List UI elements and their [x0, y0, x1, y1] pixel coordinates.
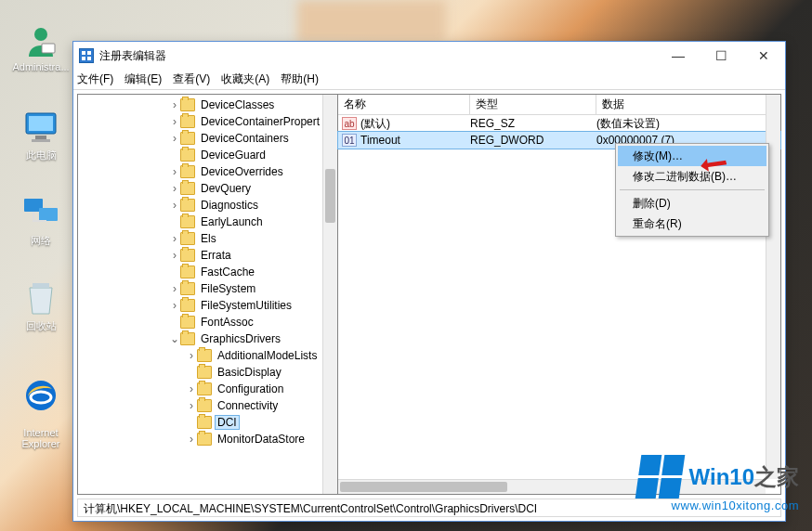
- tree-node[interactable]: ›Els: [78, 230, 337, 247]
- tree-label: DeviceOverrides: [199, 165, 285, 178]
- expand-icon[interactable]: ›: [169, 165, 180, 178]
- folder-icon: [180, 299, 195, 312]
- expand-icon[interactable]: ›: [186, 382, 197, 395]
- expand-icon[interactable]: ›: [169, 249, 180, 262]
- values-pane: 名称 类型 数据 ab(默认)REG_SZ(数值未设置)01TimeoutREG…: [338, 95, 780, 494]
- tree-node[interactable]: DCI: [78, 414, 337, 431]
- col-data[interactable]: 数据: [596, 95, 780, 114]
- tree-label: AdditionalModeLists: [216, 349, 319, 362]
- tree-node[interactable]: ›DeviceContainerPropert: [78, 113, 337, 130]
- tree-node[interactable]: ›Connectivity: [78, 397, 337, 414]
- tree-node[interactable]: ›AdditionalModeLists: [78, 347, 337, 364]
- menu-fav[interactable]: 收藏夹(A): [221, 71, 269, 87]
- expand-icon[interactable]: ›: [169, 299, 180, 312]
- window-title: 注册表编辑器: [99, 48, 166, 64]
- tree-node[interactable]: ⌄GraphicsDrivers: [78, 330, 337, 347]
- desktop-icon-network[interactable]: 网络: [7, 195, 74, 248]
- value-type: REG_DWORD: [470, 134, 596, 147]
- folder-icon: [180, 132, 195, 145]
- expand-icon[interactable]: ›: [169, 132, 180, 145]
- svg-rect-1: [42, 44, 55, 53]
- tree-label: DevQuery: [199, 182, 253, 195]
- expand-icon[interactable]: ⌄: [169, 332, 180, 345]
- tree-node[interactable]: ›DeviceContainers: [78, 130, 337, 147]
- tree-node[interactable]: ›Errata: [78, 247, 337, 264]
- svg-rect-7: [39, 208, 58, 221]
- regedit-window: 注册表编辑器 — ☐ ✕ 文件(F) 编辑(E) 查看(V) 收藏夹(A) 帮助…: [72, 41, 786, 522]
- expand-icon[interactable]: ›: [169, 98, 180, 111]
- minimize-button[interactable]: —: [657, 42, 700, 70]
- desktop-icon-thispc[interactable]: 此电脑: [7, 110, 74, 162]
- folder-icon: [180, 282, 195, 295]
- folder-icon: [197, 382, 212, 395]
- context-menu: 修改(M)… 修改二进制数据(B)… 删除(D) 重命名(R): [615, 143, 769, 237]
- value-type: REG_SZ: [470, 117, 596, 130]
- expand-icon[interactable]: ›: [169, 232, 180, 245]
- column-headers[interactable]: 名称 类型 数据: [338, 95, 780, 115]
- value-row[interactable]: ab(默认)REG_SZ(数值未设置): [338, 115, 780, 132]
- folder-icon: [180, 332, 195, 345]
- tree-label: Els: [199, 232, 218, 245]
- tree-node[interactable]: ›Configuration: [78, 381, 337, 397]
- tree-node[interactable]: DeviceGuard: [78, 147, 337, 163]
- folder-icon: [180, 232, 195, 245]
- ctx-delete[interactable]: 删除(D): [618, 193, 766, 214]
- tree-label: EarlyLaunch: [199, 215, 265, 228]
- tree-label: DeviceGuard: [199, 149, 268, 162]
- folder-icon: [180, 149, 195, 162]
- menu-help[interactable]: 帮助(H): [281, 71, 319, 87]
- expand-icon[interactable]: ›: [169, 182, 180, 195]
- menu-file[interactable]: 文件(F): [77, 71, 113, 87]
- folder-icon: [197, 399, 212, 412]
- menubar: 文件(F) 编辑(E) 查看(V) 收藏夹(A) 帮助(H): [73, 70, 785, 90]
- expand-icon[interactable]: ›: [186, 349, 197, 362]
- content-area: ›DeviceClasses›DeviceContainerPropert›De…: [77, 94, 781, 495]
- ctx-modify-binary[interactable]: 修改二进制数据(B)…: [618, 166, 766, 187]
- scroll-thumb[interactable]: [340, 482, 507, 492]
- tree-node[interactable]: ›DevQuery: [78, 180, 337, 197]
- icon-label: 网络: [31, 235, 51, 246]
- menu-view[interactable]: 查看(V): [173, 71, 210, 87]
- svg-rect-5: [32, 139, 50, 142]
- tree-node[interactable]: EarlyLaunch: [78, 214, 337, 230]
- desktop-icon-ie[interactable]: Internet Explorer: [7, 366, 74, 449]
- expand-icon[interactable]: ›: [186, 433, 197, 446]
- tree-node[interactable]: ›MonitorDataStore: [78, 431, 337, 447]
- folder-icon: [180, 316, 195, 329]
- tree-node[interactable]: FastCache: [78, 264, 337, 280]
- tree-node[interactable]: ›FileSystemUtilities: [78, 297, 337, 314]
- desktop-icon-recycle[interactable]: 回收站: [7, 280, 74, 333]
- col-name[interactable]: 名称: [338, 95, 470, 114]
- ctx-modify[interactable]: 修改(M)…: [618, 146, 766, 166]
- tree-node[interactable]: ›DeviceOverrides: [78, 163, 337, 180]
- maximize-button[interactable]: ☐: [700, 42, 742, 70]
- expand-icon[interactable]: ›: [186, 399, 197, 412]
- tree-node[interactable]: BasicDisplay: [78, 364, 337, 381]
- folder-icon: [197, 366, 212, 379]
- close-button[interactable]: ✕: [742, 42, 785, 70]
- tree-node[interactable]: ›DeviceClasses: [78, 97, 337, 113]
- expand-icon[interactable]: ›: [169, 282, 180, 295]
- col-type[interactable]: 类型: [470, 95, 596, 114]
- scroll-thumb[interactable]: [325, 169, 335, 223]
- folder-icon: [180, 215, 195, 228]
- ctx-rename[interactable]: 重命名(R): [618, 214, 766, 234]
- expand-icon[interactable]: ›: [169, 115, 180, 128]
- folder-icon: [180, 115, 195, 128]
- watermark-url: www.win10xitong.com: [638, 499, 799, 512]
- titlebar[interactable]: 注册表编辑器 — ☐ ✕: [73, 42, 785, 70]
- expand-icon[interactable]: ›: [169, 199, 180, 212]
- svg-point-0: [34, 28, 47, 41]
- folder-icon: [197, 349, 212, 362]
- desktop-icon-admin[interactable]: Administra...: [7, 22, 74, 72]
- folder-icon: [180, 199, 195, 212]
- registry-tree[interactable]: ›DeviceClasses›DeviceContainerPropert›De…: [78, 95, 337, 449]
- windows-logo-icon: [635, 455, 685, 499]
- tree-node[interactable]: ›FileSystem: [78, 280, 337, 297]
- app-icon: [79, 48, 94, 63]
- menu-edit[interactable]: 编辑(E): [124, 71, 162, 87]
- tree-scrollbar[interactable]: [322, 95, 337, 494]
- tree-node[interactable]: ›Diagnostics: [78, 197, 337, 214]
- tree-label: DeviceContainers: [199, 132, 291, 145]
- tree-node[interactable]: FontAssoc: [78, 314, 337, 330]
